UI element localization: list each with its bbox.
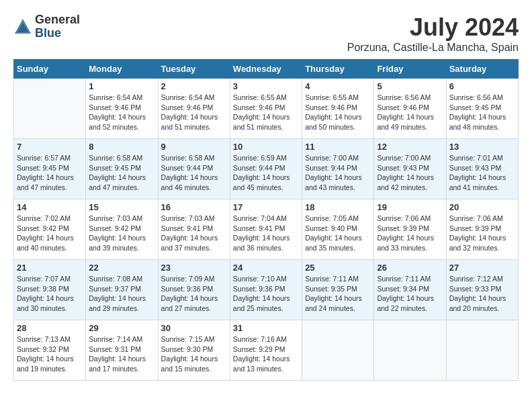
page-header: General Blue July 2024 Porzuna, Castille… bbox=[13, 13, 519, 54]
calendar-header-row: SundayMondayTuesdayWednesdayThursdayFrid… bbox=[14, 60, 519, 79]
day-info: Sunrise: 7:06 AMSunset: 9:39 PMDaylight:… bbox=[377, 214, 443, 253]
day-info: Sunrise: 7:03 AMSunset: 9:42 PMDaylight:… bbox=[89, 214, 154, 253]
day-number: 12 bbox=[377, 142, 443, 152]
calendar-cell: 15Sunrise: 7:03 AMSunset: 9:42 PMDayligh… bbox=[86, 199, 158, 260]
calendar-table: SundayMondayTuesdayWednesdayThursdayFrid… bbox=[13, 59, 519, 381]
day-info: Sunrise: 7:13 AMSunset: 9:32 PMDaylight:… bbox=[17, 334, 83, 374]
header-thursday: Thursday bbox=[302, 60, 374, 79]
calendar-cell: 1Sunrise: 6:54 AMSunset: 9:46 PMDaylight… bbox=[86, 79, 158, 139]
calendar-cell: 6Sunrise: 6:56 AMSunset: 9:45 PMDaylight… bbox=[446, 79, 518, 139]
day-number: 20 bbox=[449, 202, 515, 212]
calendar-cell: 18Sunrise: 7:05 AMSunset: 9:40 PMDayligh… bbox=[302, 199, 374, 260]
calendar-cell: 4Sunrise: 6:55 AMSunset: 9:46 PMDaylight… bbox=[302, 79, 374, 139]
day-number: 31 bbox=[233, 323, 299, 333]
day-info: Sunrise: 7:00 AMSunset: 9:44 PMDaylight:… bbox=[305, 153, 371, 193]
day-number: 23 bbox=[161, 263, 227, 273]
calendar-week-row: 14Sunrise: 7:02 AMSunset: 9:42 PMDayligh… bbox=[14, 199, 519, 260]
day-info: Sunrise: 7:02 AMSunset: 9:42 PMDaylight:… bbox=[17, 214, 83, 253]
day-info: Sunrise: 7:01 AMSunset: 9:43 PMDaylight:… bbox=[449, 153, 515, 193]
day-info: Sunrise: 7:12 AMSunset: 9:33 PMDaylight:… bbox=[449, 274, 515, 314]
calendar-cell bbox=[446, 320, 518, 381]
calendar-cell: 17Sunrise: 7:04 AMSunset: 9:41 PMDayligh… bbox=[230, 199, 302, 260]
day-info: Sunrise: 6:56 AMSunset: 9:45 PMDaylight:… bbox=[449, 93, 515, 132]
day-number: 6 bbox=[449, 81, 515, 91]
day-number: 9 bbox=[161, 142, 227, 152]
logo-blue: Blue bbox=[35, 27, 80, 40]
month-title: July 2024 bbox=[347, 13, 519, 42]
day-number: 18 bbox=[305, 202, 371, 212]
day-number: 16 bbox=[161, 202, 227, 212]
header-friday: Friday bbox=[374, 60, 446, 79]
day-info: Sunrise: 7:10 AMSunset: 9:36 PMDaylight:… bbox=[233, 274, 299, 314]
day-info: Sunrise: 6:59 AMSunset: 9:44 PMDaylight:… bbox=[233, 153, 299, 193]
day-number: 19 bbox=[377, 202, 443, 212]
calendar-cell: 24Sunrise: 7:10 AMSunset: 9:36 PMDayligh… bbox=[230, 260, 302, 320]
calendar-cell: 10Sunrise: 6:59 AMSunset: 9:44 PMDayligh… bbox=[230, 139, 302, 199]
calendar-cell bbox=[302, 320, 374, 381]
day-info: Sunrise: 7:05 AMSunset: 9:40 PMDaylight:… bbox=[305, 214, 371, 253]
calendar-cell bbox=[14, 79, 86, 139]
calendar-cell: 20Sunrise: 7:06 AMSunset: 9:39 PMDayligh… bbox=[446, 199, 518, 260]
calendar-cell: 28Sunrise: 7:13 AMSunset: 9:32 PMDayligh… bbox=[14, 320, 86, 381]
day-number: 24 bbox=[233, 263, 299, 273]
calendar-cell: 23Sunrise: 7:09 AMSunset: 9:36 PMDayligh… bbox=[158, 260, 230, 320]
day-info: Sunrise: 7:09 AMSunset: 9:36 PMDaylight:… bbox=[161, 274, 227, 314]
calendar-cell bbox=[374, 320, 446, 381]
calendar-week-row: 28Sunrise: 7:13 AMSunset: 9:32 PMDayligh… bbox=[14, 320, 519, 381]
day-number: 15 bbox=[89, 202, 154, 212]
day-number: 8 bbox=[89, 142, 154, 152]
calendar-week-row: 7Sunrise: 6:57 AMSunset: 9:45 PMDaylight… bbox=[14, 139, 519, 199]
day-info: Sunrise: 7:11 AMSunset: 9:34 PMDaylight:… bbox=[377, 274, 443, 314]
day-number: 11 bbox=[305, 142, 371, 152]
day-info: Sunrise: 6:54 AMSunset: 9:46 PMDaylight:… bbox=[89, 93, 154, 132]
calendar-cell: 2Sunrise: 6:54 AMSunset: 9:46 PMDaylight… bbox=[158, 79, 230, 139]
day-number: 21 bbox=[17, 263, 83, 273]
header-wednesday: Wednesday bbox=[230, 60, 302, 79]
calendar-cell: 7Sunrise: 6:57 AMSunset: 9:45 PMDaylight… bbox=[14, 139, 86, 199]
calendar-cell: 19Sunrise: 7:06 AMSunset: 9:39 PMDayligh… bbox=[374, 199, 446, 260]
logo-icon bbox=[13, 17, 32, 36]
calendar-cell: 13Sunrise: 7:01 AMSunset: 9:43 PMDayligh… bbox=[446, 139, 518, 199]
day-number: 27 bbox=[449, 263, 515, 273]
day-info: Sunrise: 6:55 AMSunset: 9:46 PMDaylight:… bbox=[305, 93, 371, 132]
day-number: 5 bbox=[377, 81, 443, 91]
location-title: Porzuna, Castille-La Mancha, Spain bbox=[347, 42, 519, 54]
day-number: 3 bbox=[233, 81, 299, 91]
header-tuesday: Tuesday bbox=[158, 60, 230, 79]
day-number: 29 bbox=[89, 323, 154, 333]
calendar-cell: 11Sunrise: 7:00 AMSunset: 9:44 PMDayligh… bbox=[302, 139, 374, 199]
day-number: 25 bbox=[305, 263, 371, 273]
calendar-cell: 12Sunrise: 7:00 AMSunset: 9:43 PMDayligh… bbox=[374, 139, 446, 199]
header-monday: Monday bbox=[86, 60, 158, 79]
day-info: Sunrise: 7:11 AMSunset: 9:35 PMDaylight:… bbox=[305, 274, 371, 314]
day-number: 30 bbox=[161, 323, 227, 333]
calendar-cell: 25Sunrise: 7:11 AMSunset: 9:35 PMDayligh… bbox=[302, 260, 374, 320]
day-info: Sunrise: 7:08 AMSunset: 9:37 PMDaylight:… bbox=[89, 274, 154, 314]
calendar-cell: 26Sunrise: 7:11 AMSunset: 9:34 PMDayligh… bbox=[374, 260, 446, 320]
day-number: 26 bbox=[377, 263, 443, 273]
day-info: Sunrise: 7:04 AMSunset: 9:41 PMDaylight:… bbox=[233, 214, 299, 253]
calendar-cell: 27Sunrise: 7:12 AMSunset: 9:33 PMDayligh… bbox=[446, 260, 518, 320]
day-info: Sunrise: 6:56 AMSunset: 9:46 PMDaylight:… bbox=[377, 93, 443, 132]
day-number: 2 bbox=[161, 81, 227, 91]
day-number: 22 bbox=[89, 263, 154, 273]
calendar-cell: 8Sunrise: 6:58 AMSunset: 9:45 PMDaylight… bbox=[86, 139, 158, 199]
calendar-cell: 29Sunrise: 7:14 AMSunset: 9:31 PMDayligh… bbox=[86, 320, 158, 381]
day-info: Sunrise: 6:54 AMSunset: 9:46 PMDaylight:… bbox=[161, 93, 227, 132]
calendar-week-row: 21Sunrise: 7:07 AMSunset: 9:38 PMDayligh… bbox=[14, 260, 519, 320]
day-info: Sunrise: 7:00 AMSunset: 9:43 PMDaylight:… bbox=[377, 153, 443, 193]
day-info: Sunrise: 6:55 AMSunset: 9:46 PMDaylight:… bbox=[233, 93, 299, 132]
calendar-week-row: 1Sunrise: 6:54 AMSunset: 9:46 PMDaylight… bbox=[14, 79, 519, 139]
day-number: 14 bbox=[17, 202, 83, 212]
day-number: 28 bbox=[17, 323, 83, 333]
calendar-cell: 21Sunrise: 7:07 AMSunset: 9:38 PMDayligh… bbox=[14, 260, 86, 320]
day-number: 13 bbox=[449, 142, 515, 152]
calendar-cell: 3Sunrise: 6:55 AMSunset: 9:46 PMDaylight… bbox=[230, 79, 302, 139]
day-info: Sunrise: 6:57 AMSunset: 9:45 PMDaylight:… bbox=[17, 153, 83, 193]
calendar-cell: 9Sunrise: 6:58 AMSunset: 9:44 PMDaylight… bbox=[158, 139, 230, 199]
calendar-cell: 31Sunrise: 7:16 AMSunset: 9:29 PMDayligh… bbox=[230, 320, 302, 381]
day-number: 1 bbox=[89, 81, 154, 91]
day-info: Sunrise: 7:16 AMSunset: 9:29 PMDaylight:… bbox=[233, 334, 299, 374]
day-number: 10 bbox=[233, 142, 299, 152]
title-block: July 2024 Porzuna, Castille-La Mancha, S… bbox=[347, 13, 519, 54]
